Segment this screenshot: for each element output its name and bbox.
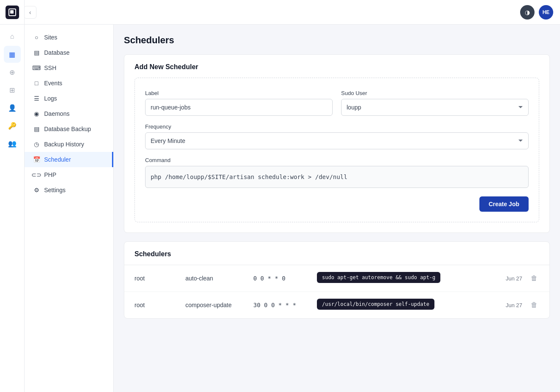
backup-history-icon: ◷ xyxy=(33,141,40,148)
nav-label-settings: Settings xyxy=(44,187,66,193)
schedulers-table: Schedulers root auto-clean 0 0 * * 0 sud… xyxy=(124,241,550,319)
nav-label-sites: Sites xyxy=(44,34,57,41)
theme-toggle-button[interactable]: ◑ xyxy=(520,5,535,20)
scheduler-label: auto-clean xyxy=(185,275,253,282)
nav-label-logs: Logs xyxy=(44,95,57,102)
sudo-user-select[interactable]: loupp root www-data xyxy=(341,99,529,116)
sudo-user-label: Sudo User xyxy=(341,90,529,96)
scheduler-command: sudo apt-get autoremove && sudo apt-g xyxy=(317,272,480,285)
database-icon: ▤ xyxy=(33,49,40,56)
scheduler-user: root xyxy=(134,302,185,308)
sidebar-item-sites[interactable]: ○Sites xyxy=(25,30,113,45)
table-row: root auto-clean 0 0 * * 0 sudo apt-get a… xyxy=(124,265,549,292)
events-icon: □ xyxy=(33,80,40,87)
scheduler-user: root xyxy=(134,275,185,282)
command-input[interactable] xyxy=(145,166,529,188)
icon-nav-item-grid[interactable]: ⊞ xyxy=(4,81,21,98)
scheduler-icon: 📅 xyxy=(33,156,40,163)
add-scheduler-title: Add New Scheduler xyxy=(134,63,539,71)
table-row: root composer-update 30 0 0 * * * /usr/l… xyxy=(124,292,549,318)
scheduler-frequency: 30 0 0 * * * xyxy=(253,302,317,308)
scheduler-date: Jun 27 xyxy=(480,275,522,282)
scheduler-label: composer-update xyxy=(185,302,253,308)
nav-label-backup-history: Backup History xyxy=(44,141,84,148)
sidebar-item-settings[interactable]: ⚙Settings xyxy=(25,182,113,198)
avatar[interactable]: HE xyxy=(539,5,553,20)
icon-nav-item-plugin[interactable]: ⊕ xyxy=(4,64,21,81)
delete-scheduler-button[interactable]: 🗑 xyxy=(529,273,539,284)
icon-nav-item-home[interactable]: ⌂ xyxy=(4,28,21,45)
icon-nav-item-user[interactable]: 👤 xyxy=(4,99,21,116)
frequency-label: Frequency xyxy=(145,123,529,130)
sidebar-item-database-backup[interactable]: ▤Database Backup xyxy=(25,121,113,137)
nav-label-database-backup: Database Backup xyxy=(44,126,91,132)
sidebar-logo xyxy=(0,0,25,25)
php-icon: ⊂⊃ xyxy=(33,171,40,178)
label-input[interactable] xyxy=(145,99,333,116)
sidebar-item-scheduler[interactable]: 📅Scheduler xyxy=(25,152,113,167)
ssh-icon: ⌨ xyxy=(33,64,40,71)
sidebar-item-backup-history[interactable]: ◷Backup History xyxy=(25,137,113,152)
scheduler-frequency: 0 0 * * 0 xyxy=(253,275,317,282)
sidebar-item-ssh[interactable]: ⌨SSH xyxy=(25,60,113,76)
nav-label-scheduler: Scheduler xyxy=(44,156,71,163)
logs-icon: ☰ xyxy=(33,95,40,102)
label-field-label: Label xyxy=(145,90,333,96)
page-title: Schedulers xyxy=(124,35,550,46)
nav-label-daemons: Daemons xyxy=(44,110,70,117)
sites-icon: ○ xyxy=(33,34,40,41)
nav-label-ssh: SSH xyxy=(44,64,56,71)
sidebar-item-database[interactable]: ▤Database xyxy=(25,45,113,60)
icon-nav-item-server[interactable]: ▦ xyxy=(4,46,21,63)
nav-label-php: PHP xyxy=(44,171,56,178)
delete-scheduler-button[interactable]: 🗑 xyxy=(529,300,539,311)
schedulers-section-title: Schedulers xyxy=(124,242,549,265)
frequency-select[interactable]: Every Minute Every 5 Minutes Every 10 Mi… xyxy=(145,132,529,149)
sidebar-item-daemons[interactable]: ◉Daemons xyxy=(25,106,113,121)
scheduler-command: /usr/local/bin/composer self-update xyxy=(317,299,480,311)
database-backup-icon: ▤ xyxy=(33,126,40,132)
daemons-icon: ◉ xyxy=(33,110,40,117)
back-button[interactable]: ‹ xyxy=(24,6,36,19)
scheduler-date: Jun 27 xyxy=(480,302,522,308)
add-scheduler-card: Add New Scheduler Label Sudo User loupp … xyxy=(124,54,550,233)
command-label: Command xyxy=(145,157,529,163)
icon-nav-item-key[interactable]: 🔑 xyxy=(4,117,21,134)
icon-nav-item-users[interactable]: 👥 xyxy=(4,135,21,152)
sidebar-item-php[interactable]: ⊂⊃PHP xyxy=(25,167,113,182)
create-job-button[interactable]: Create Job xyxy=(479,196,529,212)
sidebar-item-logs[interactable]: ☰Logs xyxy=(25,91,113,106)
nav-label-database: Database xyxy=(44,49,70,56)
settings-icon: ⚙ xyxy=(33,187,40,193)
sidebar-item-events[interactable]: □Events xyxy=(25,76,113,91)
nav-label-events: Events xyxy=(44,80,62,87)
